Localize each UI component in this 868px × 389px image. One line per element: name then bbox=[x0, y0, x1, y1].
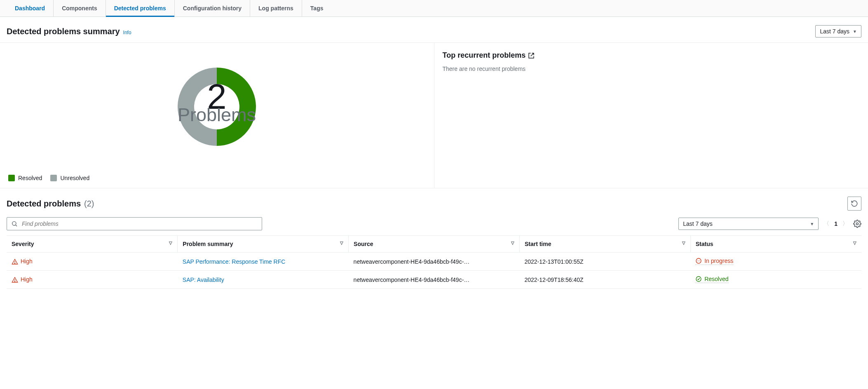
col-severity[interactable]: Severity▽ bbox=[7, 236, 178, 253]
page-title: Detected problems summary Info bbox=[7, 27, 131, 36]
cell-status: Resolved bbox=[690, 271, 861, 289]
warning-icon bbox=[12, 258, 18, 265]
svg-point-4 bbox=[697, 260, 698, 261]
list-toolbar: Last 7 days ▼ 〈 1 〉 bbox=[0, 216, 868, 235]
svg-point-1 bbox=[856, 223, 859, 225]
table-body: HighSAP Performance: Response Time RFCne… bbox=[7, 253, 861, 289]
cell-severity: High bbox=[7, 271, 178, 289]
sort-icon[interactable]: ▽ bbox=[169, 241, 172, 245]
search-input[interactable] bbox=[21, 220, 258, 227]
list-time-range-value: Last 7 days bbox=[683, 220, 713, 227]
list-count: (2) bbox=[84, 199, 94, 209]
col-status[interactable]: Status▽ bbox=[690, 236, 861, 253]
donut-center-label: Problems bbox=[178, 104, 256, 125]
summary-header: Detected problems summary Info Last 7 da… bbox=[0, 17, 868, 42]
legend-swatch bbox=[8, 175, 15, 181]
pagination: 〈 1 〉 bbox=[823, 220, 848, 227]
page-prev-button[interactable]: 〈 bbox=[823, 220, 829, 227]
cell-severity: High bbox=[7, 253, 178, 271]
time-range-value: Last 7 days bbox=[820, 28, 849, 35]
svg-point-6 bbox=[699, 260, 700, 261]
list-header: Detected problems (2) bbox=[0, 188, 868, 216]
problem-link[interactable]: SAP: Availability bbox=[183, 277, 224, 283]
tab-log-patterns[interactable]: Log patterns bbox=[250, 0, 302, 16]
search-box[interactable] bbox=[7, 217, 262, 230]
svg-point-5 bbox=[699, 260, 699, 261]
list-title-text: Detected problems bbox=[7, 199, 81, 209]
page-number: 1 bbox=[834, 220, 838, 227]
donut-legend: ResolvedUnresolved bbox=[8, 175, 426, 181]
legend-item: Resolved bbox=[8, 175, 42, 181]
svg-point-0 bbox=[12, 222, 16, 225]
recurrent-panel: Top recurrent problems There are no recu… bbox=[434, 43, 868, 188]
col-start[interactable]: Start time▽ bbox=[519, 236, 690, 253]
refresh-button[interactable] bbox=[847, 197, 861, 211]
cell-status: In progress bbox=[690, 253, 861, 271]
caret-down-icon: ▼ bbox=[853, 29, 857, 34]
col-summary[interactable]: Problem summary▽ bbox=[178, 236, 349, 253]
legend-label: Unresolved bbox=[60, 175, 89, 181]
summary-panels: 2 Problems ResolvedUnresolved Top recurr… bbox=[0, 42, 868, 188]
sort-icon[interactable]: ▽ bbox=[682, 241, 685, 245]
legend-item: Unresolved bbox=[50, 175, 89, 181]
svg-point-8 bbox=[696, 277, 701, 281]
donut-panel: 2 Problems ResolvedUnresolved bbox=[0, 43, 434, 188]
problems-donut-chart: 2 Problems bbox=[165, 55, 268, 158]
svg-point-2 bbox=[14, 263, 15, 264]
cell-summary: SAP: Availability bbox=[178, 271, 349, 289]
info-link[interactable]: Info bbox=[123, 30, 131, 35]
search-icon bbox=[11, 220, 18, 227]
sort-icon[interactable]: ▽ bbox=[511, 241, 514, 245]
list-title: Detected problems (2) bbox=[7, 199, 94, 209]
recurrent-title: Top recurrent problems bbox=[443, 51, 860, 60]
gear-icon bbox=[853, 220, 861, 228]
tab-tags[interactable]: Tags bbox=[302, 0, 332, 16]
cell-source: netweavercomponent-HE4-9da46bcb-f49c-… bbox=[349, 271, 520, 289]
cell-start: 2022-12-13T01:00:55Z bbox=[519, 253, 690, 271]
tab-components[interactable]: Components bbox=[54, 0, 106, 16]
resolved-icon bbox=[695, 276, 702, 282]
cell-source: netweavercomponent-HE4-9da46bcb-f49c-… bbox=[349, 253, 520, 271]
list-time-range-select[interactable]: Last 7 days ▼ bbox=[678, 218, 819, 230]
page-next-button[interactable]: 〉 bbox=[842, 220, 848, 227]
recurrent-title-text: Top recurrent problems bbox=[443, 51, 526, 60]
problems-table: Severity▽ Problem summary▽ Source▽ Start… bbox=[7, 235, 861, 289]
summary-title-text: Detected problems summary bbox=[7, 27, 120, 36]
problem-link[interactable]: SAP Performance: Response Time RFC bbox=[183, 258, 286, 265]
cell-summary: SAP Performance: Response Time RFC bbox=[178, 253, 349, 271]
col-source[interactable]: Source▽ bbox=[349, 236, 520, 253]
recurrent-empty-text: There are no recurrent problems bbox=[443, 66, 860, 72]
cell-start: 2022-12-09T18:56:40Z bbox=[519, 271, 690, 289]
time-range-select[interactable]: Last 7 days ▼ bbox=[815, 25, 861, 37]
table-header-row: Severity▽ Problem summary▽ Source▽ Start… bbox=[7, 236, 861, 253]
caret-down-icon: ▼ bbox=[810, 222, 814, 226]
tab-configuration-history[interactable]: Configuration history bbox=[175, 0, 250, 16]
sort-icon[interactable]: ▽ bbox=[853, 241, 856, 245]
warning-icon bbox=[12, 277, 18, 283]
table-row: HighSAP: Availabilitynetweavercomponent-… bbox=[7, 271, 861, 289]
tab-dashboard[interactable]: Dashboard bbox=[7, 0, 54, 16]
tabs: DashboardComponentsDetected problemsConf… bbox=[0, 0, 868, 17]
inprogress-icon bbox=[695, 258, 702, 264]
table-row: HighSAP Performance: Response Time RFCne… bbox=[7, 253, 861, 271]
refresh-icon bbox=[851, 200, 858, 207]
external-link-icon[interactable] bbox=[528, 51, 535, 60]
tab-detected-problems[interactable]: Detected problems bbox=[106, 0, 175, 16]
sort-icon[interactable]: ▽ bbox=[340, 241, 343, 245]
svg-point-7 bbox=[14, 281, 15, 282]
legend-label: Resolved bbox=[18, 175, 42, 181]
legend-swatch bbox=[50, 175, 57, 181]
table-settings-button[interactable] bbox=[853, 220, 861, 228]
